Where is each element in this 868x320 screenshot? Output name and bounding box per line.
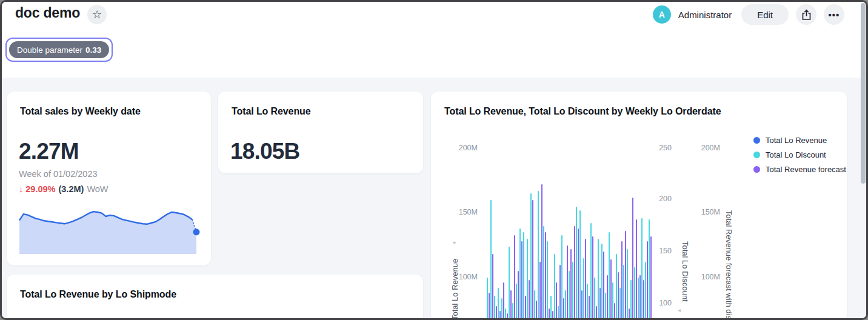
- chart-bar: [645, 262, 646, 319]
- chart-bar: [569, 271, 570, 319]
- chart-bar: [554, 254, 555, 319]
- chart-bar: [556, 282, 557, 319]
- chart-bar: [639, 275, 641, 319]
- chart-bar: [505, 308, 506, 319]
- chart-bar: [634, 267, 635, 319]
- chart-bar: [605, 293, 606, 319]
- chart-bar: [530, 193, 532, 319]
- chart-bar: [612, 282, 613, 319]
- chart-bar: [547, 241, 548, 319]
- chart-bar: [545, 232, 546, 319]
- page-title: doc demo: [15, 5, 80, 21]
- username: Administrator: [678, 10, 732, 20]
- bars-plot[interactable]: [487, 128, 659, 319]
- chart-bar: [636, 219, 637, 319]
- chart-bar: [512, 303, 513, 319]
- parameter-chip-selection[interactable]: Double parameter 0.33: [5, 38, 113, 62]
- legend-item[interactable]: Total Lo Revenue: [753, 135, 846, 145]
- left-axis-scroll-icon[interactable]: ▸: [453, 239, 456, 245]
- chart-bar: [621, 241, 623, 319]
- share-icon: [801, 9, 812, 21]
- delta-arrow-and-pct: ↓ 29.09%: [19, 184, 55, 194]
- avatar[interactable]: A: [653, 5, 671, 24]
- star-icon: ☆: [92, 8, 102, 21]
- scrollbar-thumb[interactable]: [861, 3, 866, 184]
- legend-dot-discount: [753, 152, 760, 158]
- avatar-initial: A: [659, 10, 665, 19]
- chart-bar: [536, 301, 537, 319]
- mid-axis-tick: 150: [644, 246, 672, 256]
- chart-bar: [614, 303, 615, 319]
- edit-button[interactable]: Edit: [741, 4, 789, 25]
- left-axis-tick: 150M: [450, 207, 478, 217]
- card-title: Total Lo Revenue, Total Lo Discount by W…: [444, 106, 721, 117]
- header-actions: A Administrator Edit •••: [653, 4, 844, 25]
- card-shipmode: Total Lo Revenue by Lo Shipmode: [7, 275, 423, 320]
- chart-bar: [629, 308, 630, 319]
- chart-bar: [563, 298, 564, 319]
- chart-bar: [576, 207, 577, 319]
- chart-bar: [627, 249, 628, 319]
- chart-bar: [534, 290, 535, 319]
- chart-bar: [532, 200, 533, 319]
- chart-bar: [625, 231, 626, 319]
- dashboard-canvas: Total sales by Weekly date 2.27M Week of…: [2, 78, 866, 320]
- legend-item[interactable]: Total Revenue forecast: [753, 164, 846, 174]
- chart-bar: [492, 254, 493, 319]
- chart-bar: [601, 244, 603, 319]
- kpi-value: 18.05B: [230, 139, 300, 164]
- parameter-chip[interactable]: Double parameter 0.33: [9, 41, 109, 58]
- chart-bar: [552, 311, 553, 319]
- more-button[interactable]: •••: [824, 4, 844, 25]
- card-combo-chart: Total Lo Revenue, Total Lo Discount by W…: [431, 92, 847, 320]
- chart-bar: [489, 293, 490, 319]
- chart-bar: [518, 271, 519, 319]
- parameter-chip-label: Double parameter: [17, 45, 82, 55]
- chart-bar: [487, 278, 488, 319]
- chart-bar: [503, 282, 504, 319]
- chart-bar: [516, 284, 517, 319]
- card-title: Total sales by Weekly date: [20, 106, 141, 117]
- right-axis-tick: 100M: [692, 272, 720, 282]
- delta-period: WoW: [87, 184, 108, 194]
- mid-axis-tick: 250: [644, 143, 672, 153]
- more-icon: •••: [829, 10, 840, 20]
- mid-axis-tick: 100: [644, 298, 672, 308]
- chart-bar: [583, 258, 584, 319]
- share-button[interactable]: [796, 4, 816, 25]
- chart-bar: [498, 288, 499, 319]
- chart-bar: [570, 249, 572, 319]
- chart-bar: [585, 239, 586, 319]
- chart-bar: [514, 235, 515, 319]
- mid-axis-scroll-icon[interactable]: ◂: [678, 307, 681, 313]
- chart-bar: [494, 296, 495, 319]
- chart-bar: [550, 296, 552, 319]
- chart-bar: [549, 308, 550, 319]
- right-axis-tick: 200M: [692, 143, 720, 153]
- chart-bar: [581, 290, 583, 319]
- chart-bar: [587, 284, 588, 319]
- chart-bar: [519, 228, 521, 319]
- card-title: Total Lo Revenue by Lo Shipmode: [20, 289, 176, 300]
- chart-bar: [578, 228, 579, 319]
- legend-item[interactable]: Total Lo Discount: [753, 150, 846, 159]
- chart-bar: [567, 245, 568, 319]
- parameter-chip-value: 0.33: [85, 45, 101, 55]
- chart-bar: [527, 239, 528, 319]
- delta-absolute: (3.2M): [58, 184, 84, 194]
- chart-bar: [630, 280, 632, 319]
- chart-bar: [559, 265, 561, 319]
- legend-dot-forecast: [753, 166, 760, 173]
- sparkline-chart[interactable]: [18, 205, 201, 259]
- chart-bar: [525, 296, 526, 319]
- chart-bar: [572, 262, 573, 319]
- chart-bar: [510, 290, 512, 319]
- kpi-subtitle: Week of 01/02/2023: [19, 169, 98, 179]
- favorite-button[interactable]: ☆: [87, 5, 107, 24]
- left-axis-title: Total Lo Revenue: [450, 246, 459, 320]
- chart-bar: [521, 241, 522, 319]
- chart-bar: [592, 236, 593, 319]
- chart-bar: [574, 226, 575, 319]
- chart-bar: [579, 210, 581, 319]
- chart-bar: [561, 235, 563, 319]
